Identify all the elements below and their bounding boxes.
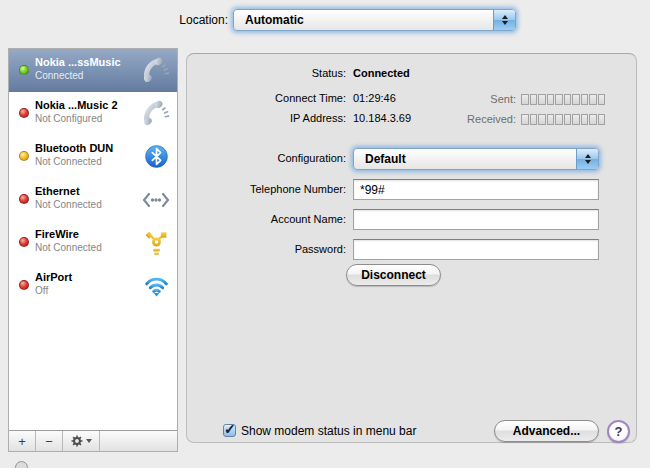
service-status: Off <box>35 285 48 296</box>
service-status: Connected <box>35 70 83 81</box>
sidebar-toolbar: + − <box>9 430 177 451</box>
service-status: Not Connected <box>35 156 102 167</box>
status-dot-yellow <box>19 151 29 161</box>
connection-detail-panel: Status: Connected Connect Time: 01:29:46… <box>186 53 637 443</box>
account-name-field[interactable] <box>353 209 599 230</box>
service-name: Nokia ...ssMusic <box>35 56 121 68</box>
password-field[interactable] <box>353 239 599 260</box>
ip-address-label: IP Address: <box>187 112 346 124</box>
account-name-label: Account Name: <box>187 213 346 225</box>
sent-label: Sent: <box>436 93 516 105</box>
service-name: Bluetooth DUN <box>35 142 113 154</box>
chevron-down-icon <box>86 439 92 443</box>
checkmark-icon: ✓ <box>224 421 236 437</box>
popup-stepper-icon <box>576 149 598 169</box>
service-name: FireWire <box>35 228 79 240</box>
service-status: Not Configured <box>35 113 102 124</box>
service-status: Not Connected <box>35 242 102 253</box>
advanced-button[interactable]: Advanced... <box>494 420 599 442</box>
ip-address-value: 10.184.3.69 <box>353 112 411 124</box>
action-menu-button[interactable] <box>63 431 100 451</box>
received-activity-meter <box>521 114 605 125</box>
location-popup-value: Automatic <box>245 13 304 27</box>
service-name: AirPort <box>35 271 72 283</box>
configuration-label: Configuration: <box>187 152 346 164</box>
connect-time-value: 01:29:46 <box>353 92 396 104</box>
show-modem-status-label: Show modem status in menu bar <box>241 424 416 438</box>
status-dot-red <box>19 194 29 204</box>
sent-activity-meter <box>521 94 605 105</box>
received-label: Received: <box>436 113 516 125</box>
configuration-popup-value: Default <box>365 152 406 166</box>
disconnect-button[interactable]: Disconnect <box>346 264 441 286</box>
telephone-number-field[interactable] <box>353 179 599 200</box>
service-row-firewire[interactable]: FireWire Not Connected <box>9 221 177 264</box>
services-sidebar: Nokia ...ssMusic Connected Nokia ...Musi… <box>8 48 178 452</box>
service-row-nokia-ssmusic[interactable]: Nokia ...ssMusic Connected <box>9 49 177 92</box>
show-modem-status-checkbox[interactable]: ✓ <box>223 424 236 437</box>
service-name: Nokia ...Music 2 <box>35 99 118 111</box>
bluetooth-icon <box>141 141 171 172</box>
service-row-airport[interactable]: AirPort Off <box>9 264 177 307</box>
password-label: Password: <box>187 243 346 255</box>
popup-stepper-icon <box>493 10 515 30</box>
service-row-ethernet[interactable]: Ethernet Not Connected <box>9 178 177 221</box>
airport-icon <box>141 270 171 301</box>
gear-icon <box>71 435 83 447</box>
status-dot-red <box>19 280 29 290</box>
remove-service-button[interactable]: − <box>36 431 63 451</box>
telephone-number-label: Telephone Number: <box>187 183 346 195</box>
location-label: Location: <box>128 13 228 27</box>
help-button[interactable]: ? <box>607 420 630 443</box>
service-row-nokia-music2[interactable]: Nokia ...Music 2 Not Configured <box>9 92 177 135</box>
service-row-bluetooth-dun[interactable]: Bluetooth DUN Not Connected <box>9 135 177 178</box>
service-status: Not Connected <box>35 199 102 210</box>
service-name: Ethernet <box>35 185 80 197</box>
ethernet-icon <box>141 184 171 215</box>
phone-icon <box>141 98 171 129</box>
location-popup[interactable]: Automatic <box>233 9 516 31</box>
phone-icon <box>141 55 171 86</box>
status-dot-red <box>19 108 29 118</box>
lock-icon[interactable] <box>15 461 28 468</box>
status-dot-red <box>19 237 29 247</box>
add-service-button[interactable]: + <box>9 431 36 451</box>
connect-time-label: Connect Time: <box>187 92 346 104</box>
firewire-icon <box>141 227 171 258</box>
status-label: Status: <box>187 67 346 79</box>
status-value: Connected <box>353 67 410 79</box>
status-dot-green <box>19 65 29 75</box>
configuration-popup[interactable]: Default <box>353 148 599 170</box>
